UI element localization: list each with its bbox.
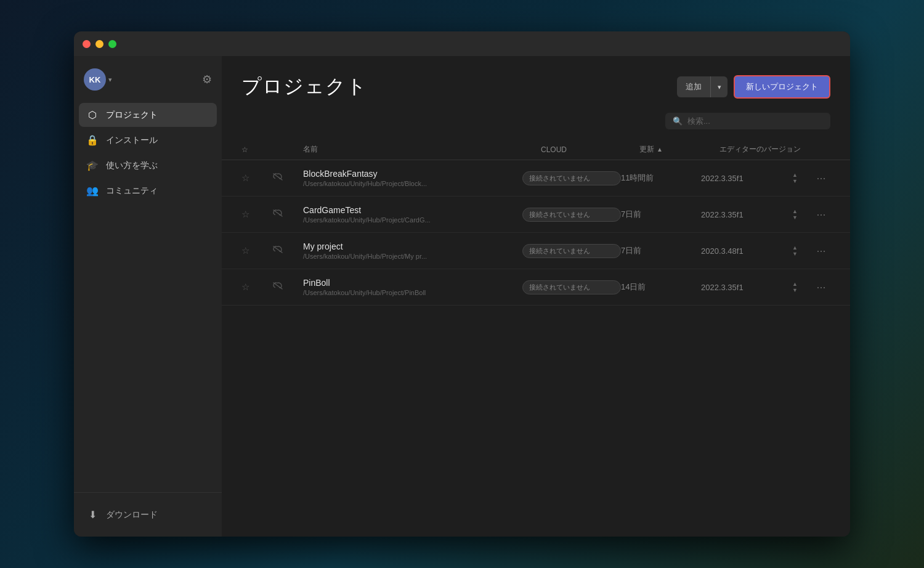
chevron-up-icon[interactable]: ▲ (792, 172, 798, 178)
search-bar: 🔍 (222, 113, 850, 139)
user-dropdown[interactable]: KK ▾ (84, 68, 112, 91)
add-dropdown-button[interactable]: ▾ (710, 76, 727, 97)
star-icon[interactable]: ☆ (241, 209, 249, 219)
col-header-updated[interactable]: 更新 ▲ (639, 144, 719, 155)
col-header-version: エディターのバージョン (719, 144, 830, 155)
projects-icon: ⬡ (86, 109, 99, 121)
title-bar (74, 31, 850, 56)
avatar[interactable]: KK (84, 68, 106, 91)
table-row[interactable]: ☆ BlockBreakFantasy /Users/katokou/Unity… (222, 160, 850, 197)
row-star[interactable]: ☆ (241, 209, 272, 220)
page-title: プロジェクト (241, 73, 367, 100)
chevron-down-icon[interactable]: ▼ (792, 179, 798, 184)
sidebar-item-label: インストール (106, 135, 158, 146)
project-info: PinBoll /Users/katokou/Unity/Hub/Project… (303, 278, 522, 296)
table-row[interactable]: ☆ My project /Users/katokou/Unity/Hub/Pr… (222, 233, 850, 269)
version-stepper[interactable]: ▲ ▼ (792, 209, 798, 221)
sidebar-bottom: ⬇ ダウンロード (74, 492, 222, 537)
version-info: 2022.3.35f1 (701, 210, 787, 219)
traffic-lights (83, 40, 116, 48)
chevron-up-icon[interactable]: ▲ (792, 245, 798, 251)
new-project-button[interactable]: 新しいプロジェクト (734, 75, 830, 99)
col-header-star: ☆ (241, 145, 272, 154)
cloud-status: 接続されていません (522, 244, 621, 258)
sidebar-item-projects[interactable]: ⬡ プロジェクト (79, 103, 217, 127)
sidebar-item-label: 使い方を学ぶ (106, 160, 158, 171)
table-header: ☆ 名前 CLOUD 更新 ▲ エ (222, 139, 850, 160)
table-row[interactable]: ☆ CardGameTest /Users/katokou/Unity/Hub/… (222, 197, 850, 233)
col-header-name: 名前 (303, 144, 541, 155)
chevron-down-icon[interactable]: ▼ (792, 288, 798, 293)
sidebar-item-community[interactable]: 👥 コミュニティ (79, 179, 217, 203)
star-header-icon: ☆ (241, 145, 248, 154)
row-star[interactable]: ☆ (241, 172, 272, 184)
project-name: My project (303, 241, 522, 251)
name-label: 名前 (303, 144, 318, 155)
updated-time: 14日前 (621, 282, 701, 293)
version-stepper[interactable]: ▲ ▼ (792, 245, 798, 257)
sidebar-item-learn[interactable]: 🎓 使い方を学ぶ (79, 153, 217, 177)
star-icon[interactable]: ☆ (241, 245, 249, 256)
version-info: 2022.3.35f1 (701, 283, 787, 292)
updated-time: 11時間前 (621, 172, 701, 184)
sidebar: KK ▾ ⚙ ⬡ プロジェクト 🔒 インストール 🎓 使い方を学ぶ (74, 56, 222, 537)
chevron-up-icon[interactable]: ▲ (792, 209, 798, 214)
sidebar-top: KK ▾ ⚙ (74, 62, 222, 103)
cloud-label: CLOUD (541, 145, 567, 154)
sidebar-item-label: ダウンロード (106, 509, 158, 521)
table-row[interactable]: ☆ PinBoll /Users/katokou/Unity/Hub/Proje… (222, 269, 850, 306)
version-info: 2022.3.35f1 (701, 174, 787, 183)
project-path: /Users/katokou/Unity/Hub/Project/CardG..… (303, 216, 522, 224)
version-label: エディターのバージョン (719, 144, 801, 155)
updated-time: 7日前 (621, 209, 701, 220)
cloud-badge: 接続されていません (522, 244, 621, 258)
sidebar-item-install[interactable]: 🔒 インストール (79, 128, 217, 152)
cloud-status: 接続されていません (522, 171, 621, 185)
row-cloud (272, 282, 303, 293)
cloud-badge: 接続されていません (522, 280, 621, 294)
row-menu-button[interactable]: ··· (812, 281, 830, 294)
search-wrapper: 🔍 (665, 113, 830, 129)
cloud-status: 接続されていません (522, 208, 621, 222)
download-icon: ⬇ (86, 509, 99, 521)
version-stepper[interactable]: ▲ ▼ (792, 282, 798, 293)
star-icon[interactable]: ☆ (241, 172, 249, 183)
chevron-down-icon[interactable]: ▼ (792, 251, 798, 257)
community-icon: 👥 (86, 185, 99, 197)
row-star[interactable]: ☆ (241, 282, 272, 293)
row-cloud (272, 245, 303, 256)
maximize-button[interactable] (108, 40, 116, 48)
version-col: 2022.3.35f1 ▲ ▼ (701, 209, 812, 221)
sidebar-item-label: プロジェクト (106, 110, 158, 121)
minimize-button[interactable] (95, 40, 103, 48)
updated-label: 更新 (639, 144, 654, 155)
row-star[interactable]: ☆ (241, 245, 272, 256)
cloud-off-icon (272, 282, 283, 292)
cloud-badge: 接続されていません (522, 171, 621, 185)
sidebar-item-download[interactable]: ⬇ ダウンロード (79, 503, 217, 527)
row-menu-button[interactable]: ··· (812, 245, 830, 258)
content-area: プロジェクト 追加 ▾ 新しいプロジェクト 🔍 ☆ (222, 56, 850, 537)
row-menu-button[interactable]: ··· (812, 172, 830, 185)
app-window: KK ▾ ⚙ ⬡ プロジェクト 🔒 インストール 🎓 使い方を学ぶ (74, 31, 850, 537)
project-name: CardGameTest (303, 205, 522, 215)
project-name: PinBoll (303, 278, 522, 288)
cloud-off-icon (272, 172, 283, 183)
col-header-cloud: CLOUD (541, 145, 639, 154)
gear-icon[interactable]: ⚙ (202, 73, 212, 86)
row-cloud (272, 209, 303, 220)
project-path: /Users/katokou/Unity/Hub/Project/Block..… (303, 180, 522, 187)
close-button[interactable] (83, 40, 91, 48)
version-stepper[interactable]: ▲ ▼ (792, 172, 798, 184)
chevron-up-icon[interactable]: ▲ (792, 282, 798, 287)
project-path: /Users/katokou/Unity/Hub/Project/PinBoll (303, 289, 522, 296)
chevron-down-icon[interactable]: ▾ (108, 76, 112, 84)
cloud-off-icon (272, 209, 283, 219)
star-icon[interactable]: ☆ (241, 282, 249, 292)
project-name: BlockBreakFantasy (303, 169, 522, 179)
chevron-down-icon[interactable]: ▼ (792, 215, 798, 221)
add-button[interactable]: 追加 (677, 76, 710, 97)
version-col: 2022.3.35f1 ▲ ▼ (701, 282, 812, 293)
row-menu-button[interactable]: ··· (812, 208, 830, 221)
search-input[interactable] (687, 116, 823, 126)
